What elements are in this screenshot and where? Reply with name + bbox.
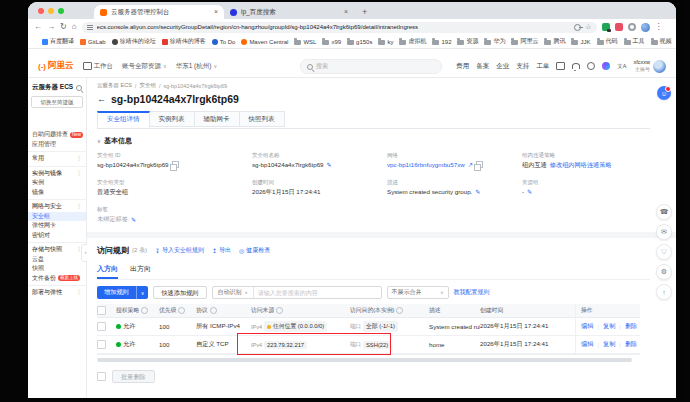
info-icon[interactable]: [178, 307, 185, 314]
ticket-link[interactable]: 工单: [536, 62, 549, 71]
close-window-button[interactable]: [38, 8, 44, 14]
favorite-icon[interactable]: ♡: [656, 244, 672, 260]
bookmark-folder[interactable]: 腾讯: [544, 37, 565, 46]
switch-version-button[interactable]: 切换至简捷版: [31, 96, 83, 108]
tab-instance-list[interactable]: 实例列表: [150, 111, 195, 127]
sidebar-item-key-pairs[interactable]: 密钥对: [28, 231, 86, 241]
sidebar-group-network-security[interactable]: 网络与安全⋮: [28, 202, 86, 212]
fullscreen-window-button[interactable]: [58, 8, 64, 14]
sidebar-group-deploy-elasticity[interactable]: 部署与弹性⋮: [28, 288, 86, 298]
copy-rule-link[interactable]: 复制: [603, 340, 615, 349]
tab-inbound[interactable]: 入方向: [97, 264, 118, 279]
bookmark-item[interactable]: GitLab: [80, 39, 106, 45]
delete-rule-link[interactable]: 删除: [625, 340, 637, 349]
more-dots-icon[interactable]: ⋮: [76, 288, 82, 298]
row-checkbox[interactable]: [97, 322, 106, 331]
tab-baidu-search[interactable]: ip_百度搜索 ×: [224, 5, 354, 19]
sidebar-item-security-groups[interactable]: 安全组: [28, 212, 86, 222]
sidebar-group-common[interactable]: 常用⋮: [28, 154, 86, 164]
bookmark-folder[interactable]: 工具: [624, 37, 645, 46]
back-button[interactable]: ←: [34, 23, 42, 31]
sidebar-item-snapshots[interactable]: 快照: [28, 264, 86, 274]
more-dots-icon[interactable]: ⋮: [76, 202, 82, 212]
bookmark-folder[interactable]: 代码: [597, 37, 618, 46]
console-icon[interactable]: [556, 62, 565, 70]
sidebar-group-instance-image[interactable]: 实例与镜像⋮: [28, 169, 86, 179]
merge-display-select[interactable]: 不展示合并 ∨: [387, 286, 449, 299]
ai-assistant-float-icon[interactable]: ☺: [657, 86, 671, 100]
bookmark-item[interactable]: 百度翻译: [42, 37, 74, 46]
edit-icon[interactable]: ✎: [475, 188, 480, 195]
notification-bell-icon[interactable]: [572, 63, 580, 69]
bookmark-item[interactable]: 徐靖伟的论坛: [112, 37, 156, 46]
bookmark-item[interactable]: To Do: [212, 39, 236, 45]
quick-add-rule-button[interactable]: 快速添加规则: [153, 286, 206, 299]
external-link-icon[interactable]: ↗: [468, 161, 473, 168]
chrome-menu-icon[interactable]: ⋮: [655, 23, 663, 31]
more-dots-icon[interactable]: ⋮: [76, 169, 82, 179]
bookmark-item[interactable]: Maven Central: [241, 39, 288, 45]
rules-search-input[interactable]: [254, 290, 381, 296]
sidebar-item-app-management[interactable]: 应用管理: [28, 140, 86, 150]
extension-icon-2[interactable]: [628, 23, 636, 31]
info-icon[interactable]: [141, 307, 148, 314]
batch-delete-button[interactable]: 批量删除: [112, 370, 155, 383]
tab-secondary-eni[interactable]: 辅助网卡: [195, 111, 240, 127]
extension-adblock-icon[interactable]: [602, 23, 610, 31]
back-to-top-icon[interactable]: ↑: [656, 284, 672, 300]
rules-search-box[interactable]: 自动识别 ∨: [212, 286, 382, 299]
bookmark-folder[interactable]: g150s: [347, 39, 372, 45]
account-menu[interactable]: xfcxxw主账号: [634, 59, 667, 72]
bookmark-folder[interactable]: 192: [432, 39, 451, 45]
language-switch-icon[interactable]: 文A: [617, 63, 626, 70]
close-tab-icon[interactable]: ×: [344, 9, 348, 15]
tab-aliyun-console[interactable]: 云服务器管理控制台 ×: [94, 5, 224, 19]
close-tab-icon[interactable]: ×: [214, 9, 218, 15]
bookmark-folder[interactable]: JJK: [571, 39, 590, 45]
forward-button[interactable]: →: [47, 23, 55, 31]
support-link[interactable]: 支持: [516, 62, 529, 71]
row-checkbox[interactable]: [97, 340, 106, 349]
console-search-input[interactable]: 搜索: [300, 59, 442, 74]
health-check-link[interactable]: ◎健康检查: [239, 246, 270, 255]
bookmark-folder[interactable]: 华为: [484, 37, 505, 46]
info-icon[interactable]: [396, 307, 403, 314]
copy-icon[interactable]: [172, 161, 179, 168]
feedback-mail-icon[interactable]: ✉: [656, 224, 672, 240]
select-all-checkbox[interactable]: [97, 306, 106, 315]
aliyun-logo[interactable]: (-) 阿里云: [38, 60, 74, 72]
chrome-profile-avatar[interactable]: [641, 23, 650, 32]
bookmark-folder[interactable]: WSL: [294, 39, 316, 45]
info-icon[interactable]: [210, 307, 217, 314]
billing-link[interactable]: 费用: [456, 62, 469, 71]
import-rules-link[interactable]: ↧导入安全组规则: [155, 246, 204, 255]
breadcrumb-security-groups[interactable]: 安全组: [139, 82, 156, 89]
chevron-down-icon[interactable]: ∨: [137, 290, 149, 296]
resource-scope-dropdown[interactable]: 账号全部资源∨: [122, 62, 167, 71]
bookmark-folder[interactable]: ky: [378, 39, 393, 45]
add-rule-button[interactable]: 增加规则 ∨: [97, 286, 148, 299]
sidebar-item-troubleshoot[interactable]: 自助问题排查 New: [28, 130, 86, 140]
sidebar-item-enis[interactable]: 弹性网卡: [28, 221, 86, 231]
sidebar-search-icon[interactable]: [76, 85, 82, 91]
enterprise-link[interactable]: 企业: [496, 62, 509, 71]
tab-outbound[interactable]: 出方向: [130, 264, 151, 279]
teach-me-configure-link[interactable]: 教我配置规则: [454, 288, 490, 297]
edit-icon[interactable]: ✎: [327, 161, 332, 168]
bookmark-star-icon[interactable]: ☆: [585, 23, 591, 31]
edit-icon[interactable]: ✎: [131, 216, 136, 223]
batch-select-checkbox[interactable]: [97, 372, 106, 381]
export-rules-link[interactable]: ↥导出: [212, 246, 231, 255]
home-button[interactable]: ⌂: [72, 23, 77, 31]
bookmark-item[interactable]: 徐靖伟的博客: [162, 37, 206, 46]
breadcrumb-ecs[interactable]: 云服务器 ECS: [97, 82, 132, 89]
bookmark-folder[interactable]: 资源: [457, 37, 478, 46]
sidebar-item-file-backup[interactable]: 文件备份 最新上线: [28, 274, 86, 284]
sidebar-item-instances[interactable]: 实例: [28, 178, 86, 188]
more-dots-icon[interactable]: ⋮: [76, 154, 82, 164]
password-key-icon[interactable]: [574, 24, 581, 31]
copy-rule-link[interactable]: 复制: [603, 322, 615, 331]
ai-assistant-icon[interactable]: [602, 62, 610, 70]
new-tab-button[interactable]: +: [362, 5, 367, 19]
basic-info-section-toggle[interactable]: ∨ 基本信息: [97, 136, 676, 146]
